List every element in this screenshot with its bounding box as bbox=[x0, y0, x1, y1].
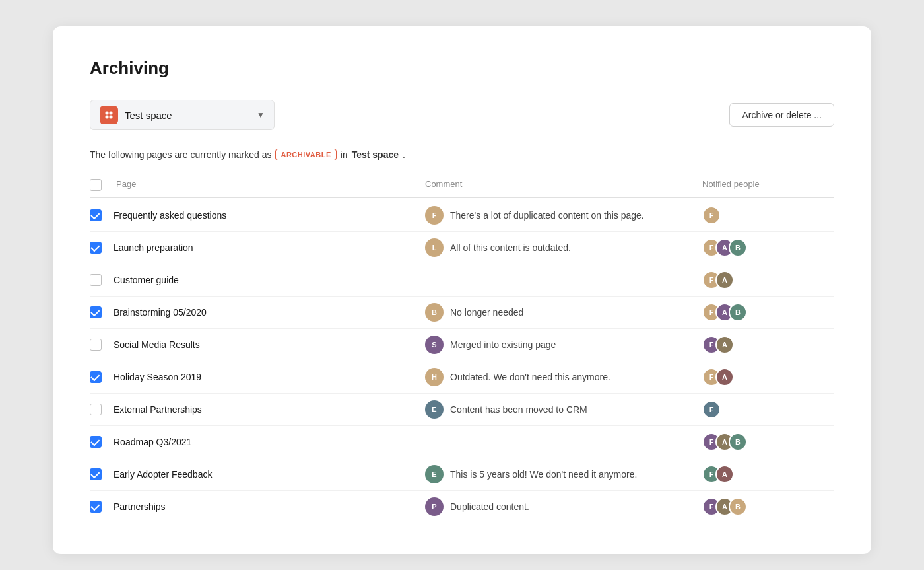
svg-point-2 bbox=[106, 116, 109, 119]
avatar-group: F bbox=[702, 400, 721, 419]
row-checkbox-5[interactable] bbox=[90, 339, 114, 351]
col-header-notified: Notified people bbox=[702, 179, 834, 191]
notified-avatar: B bbox=[729, 433, 747, 451]
row-checkbox-6[interactable] bbox=[90, 371, 114, 383]
table-header-row: Page Comment Notified people bbox=[90, 179, 834, 198]
row-checkbox-8[interactable] bbox=[90, 436, 114, 448]
commenter-avatar: H bbox=[425, 368, 444, 386]
notified-avatar: A bbox=[715, 465, 734, 483]
avatar-group: FA bbox=[702, 368, 734, 386]
table-row: Early Adopter FeedbackEThis is 5 years o… bbox=[90, 458, 834, 491]
comment-text: All of this content is outdated. bbox=[450, 242, 571, 253]
notified-avatar: A bbox=[715, 368, 734, 386]
notified-cell: FA bbox=[702, 368, 834, 386]
row-checkbox-10[interactable] bbox=[90, 501, 114, 513]
comment-cell: EContent has been moved to CRM bbox=[425, 400, 702, 419]
comment-text: Content has been moved to CRM bbox=[450, 404, 587, 415]
row-checkbox-3[interactable] bbox=[90, 274, 114, 286]
commenter-avatar: F bbox=[425, 206, 444, 225]
select-all-checkbox[interactable] bbox=[90, 179, 114, 191]
chevron-down-icon: ▼ bbox=[257, 110, 265, 120]
notified-cell: FA bbox=[702, 271, 834, 289]
table-row: Holiday Season 2019HOutdated. We don't n… bbox=[90, 361, 834, 394]
notified-cell: FA bbox=[702, 336, 834, 354]
table-row: External PartnershipsEContent has been m… bbox=[90, 394, 834, 426]
avatar-group: FA bbox=[702, 271, 734, 289]
notified-cell: FAB bbox=[702, 497, 834, 516]
page-name: Customer guide bbox=[114, 275, 425, 285]
col-header-comment: Comment bbox=[425, 179, 702, 191]
comment-cell: BNo longer needed bbox=[425, 303, 702, 322]
space-name-label: Test space bbox=[125, 110, 250, 121]
row-checkbox-7[interactable] bbox=[90, 404, 114, 415]
space-selector-dropdown[interactable]: Test space ▼ bbox=[90, 100, 275, 130]
comment-text: This is 5 years old! We don't need it an… bbox=[450, 469, 637, 480]
row-checkbox-9[interactable] bbox=[90, 468, 114, 480]
notified-cell: FAB bbox=[702, 238, 834, 257]
commenter-avatar: S bbox=[425, 336, 444, 354]
toolbar: Test space ▼ Archive or delete ... bbox=[90, 100, 834, 130]
archivable-badge: ARCHIVABLE bbox=[275, 149, 336, 160]
commenter-avatar: L bbox=[425, 238, 444, 257]
table-row: Social Media ResultsSMerged into existin… bbox=[90, 329, 834, 361]
comment-cell: SMerged into existing page bbox=[425, 336, 702, 354]
commenter-avatar: E bbox=[425, 465, 444, 483]
comment-cell: PDuplicated content. bbox=[425, 497, 702, 516]
page-name: Brainstorming 05/2020 bbox=[114, 307, 425, 318]
notified-cell: FAB bbox=[702, 303, 834, 322]
notified-cell: FAB bbox=[702, 433, 834, 451]
col-header-page: Page bbox=[114, 179, 425, 191]
page-name: Early Adopter Feedback bbox=[114, 469, 425, 480]
table-row: Brainstorming 05/2020BNo longer neededFA… bbox=[90, 297, 834, 329]
page-title: Archiving bbox=[90, 58, 834, 79]
svg-point-3 bbox=[110, 116, 113, 119]
page-name: Partnerships bbox=[114, 501, 425, 512]
avatar-group: FAB bbox=[702, 497, 747, 516]
notified-avatar: B bbox=[729, 238, 747, 257]
archivable-table: Page Comment Notified people Frequently … bbox=[90, 179, 834, 522]
table-row: PartnershipsPDuplicated content.FAB bbox=[90, 491, 834, 522]
notified-cell: F bbox=[702, 206, 834, 225]
description-text: The following pages are currently marked… bbox=[90, 149, 834, 160]
space-icon bbox=[100, 106, 118, 124]
page-name: External Partnerships bbox=[114, 404, 425, 415]
notified-avatar: B bbox=[729, 497, 747, 516]
notified-avatar: F bbox=[702, 400, 721, 419]
comment-text: Outdated. We don't need this anymore. bbox=[450, 372, 610, 382]
svg-point-0 bbox=[106, 112, 109, 115]
comment-text: Duplicated content. bbox=[450, 501, 529, 512]
description-prefix: The following pages are currently marked… bbox=[90, 149, 271, 160]
notified-avatar: A bbox=[715, 336, 734, 354]
notified-avatar: F bbox=[702, 206, 721, 225]
page-name: Roadmap Q3/2021 bbox=[114, 437, 425, 447]
comment-cell: EThis is 5 years old! We don't need it a… bbox=[425, 465, 702, 483]
table-row: Launch preparationLAll of this content i… bbox=[90, 232, 834, 264]
notified-cell: FA bbox=[702, 465, 834, 483]
row-checkbox-4[interactable] bbox=[90, 306, 114, 318]
notified-avatar: A bbox=[715, 271, 734, 289]
page-name: Social Media Results bbox=[114, 339, 425, 350]
avatar-group: FA bbox=[702, 465, 734, 483]
page-name: Frequently asked questions bbox=[114, 210, 425, 221]
comment-text: Merged into existing page bbox=[450, 339, 556, 350]
row-checkbox-1[interactable] bbox=[90, 209, 114, 221]
notified-avatar: B bbox=[729, 303, 747, 322]
comment-text: No longer needed bbox=[450, 307, 523, 318]
notified-cell: F bbox=[702, 400, 834, 419]
avatar-group: F bbox=[702, 206, 721, 225]
description-space-name: Test space bbox=[352, 149, 399, 160]
main-card: Archiving Test space ▼ Archive or delete… bbox=[53, 26, 871, 554]
svg-point-1 bbox=[110, 112, 113, 115]
comment-cell: HOutdated. We don't need this anymore. bbox=[425, 368, 702, 386]
archive-or-delete-button[interactable]: Archive or delete ... bbox=[729, 103, 834, 127]
avatar-group: FAB bbox=[702, 433, 747, 451]
table-row: Roadmap Q3/2021FAB bbox=[90, 426, 834, 458]
table-row: Frequently asked questionsFThere's a lot… bbox=[90, 199, 834, 232]
description-period: . bbox=[403, 149, 405, 160]
commenter-avatar: B bbox=[425, 303, 444, 322]
commenter-avatar: P bbox=[425, 497, 444, 516]
commenter-avatar: E bbox=[425, 400, 444, 419]
comment-cell: FThere's a lot of duplicated content on … bbox=[425, 206, 702, 225]
row-checkbox-2[interactable] bbox=[90, 242, 114, 254]
avatar-group: FAB bbox=[702, 238, 747, 257]
